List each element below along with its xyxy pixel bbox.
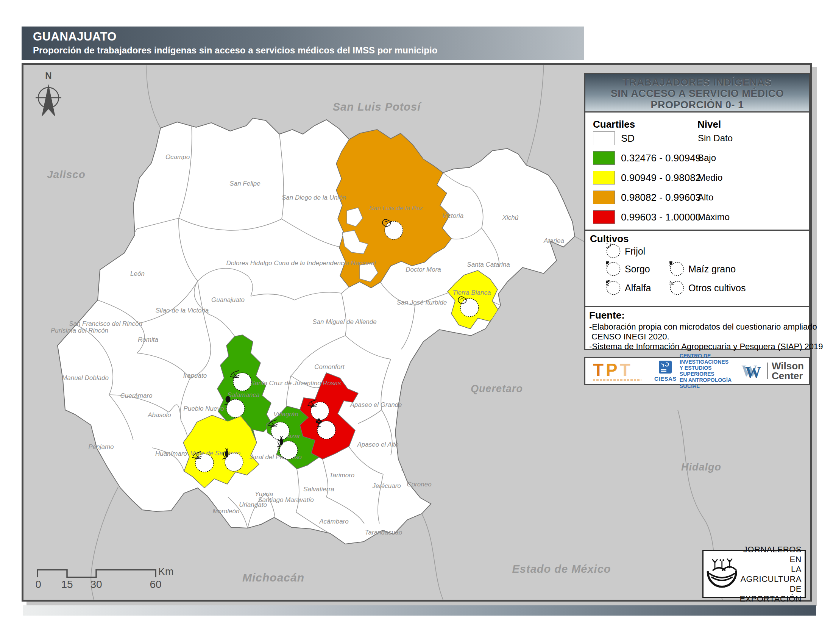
municipality-label-coroneo: Coroneo <box>407 481 431 488</box>
scalebar-tick-0: 0 <box>36 578 41 590</box>
legend-row-medio: 0.90949 - 0.98082Medio <box>593 170 806 185</box>
fuente-line: -Sistema de Información Agropecuaria y P… <box>589 342 806 351</box>
legend-quartiles-section: Cuartiles Nivel SDSin Dato0.32476 - 0.90… <box>585 113 809 230</box>
municipality-label-san-francisco-del-rincon: San Francisco del Rincón <box>69 320 142 327</box>
legend-fuente-section: Fuente: -Elaboración propia con microdat… <box>585 306 809 349</box>
jornaleros-line: DE EXPORTACIÓN <box>740 584 802 604</box>
cultivo-label: Alfalfa <box>625 283 651 294</box>
page-title: GUANAJUATO <box>33 30 584 43</box>
scale-bar: Km 0153060 <box>36 566 183 591</box>
legend-range: 0.90949 - 0.98082 <box>621 172 701 184</box>
municipality-label-xichu: Xichú <box>502 214 519 221</box>
compass-north-label: N <box>45 71 51 80</box>
ciesas-logo: CIESAS CENTRO DE INVESTIGACIONES Y ESTUD… <box>654 353 741 389</box>
tpt-logo: TPT <box>593 361 649 381</box>
municipality-label-comonfort: Comonfort <box>314 363 345 370</box>
municipality-label-tarimoro: Tarimoro <box>330 472 354 479</box>
cultivo-item-alfalfa: Alfalfa <box>606 280 651 295</box>
municipality-label-guanajuato: Guanajuato <box>211 296 244 303</box>
cultivo-label: Maíz grano <box>688 264 736 275</box>
municipality-label-huanimaro: Huanímaro <box>155 450 187 457</box>
municipality-label-penjamo: Pénjamo <box>88 443 114 451</box>
jornaleros-line: JORNALEROS EN <box>740 545 802 564</box>
legend-row-sin-dato: SDSin Dato <box>593 131 806 146</box>
ciesas-icon <box>658 360 672 374</box>
municipality-label-silao-de-la-victoria: Silao de la Victoria <box>156 307 209 314</box>
legend-row-bajo: 0.32476 - 0.90949Bajo <box>593 150 806 166</box>
municipality-label-salvatierra: Salvatierra <box>303 486 334 493</box>
municipality-label-dolores-hidalgo-cuna-de-la-independencia-nacional: Dolores Hidalgo Cuna de la Independencia… <box>226 259 376 267</box>
legend-swatch-alto <box>593 190 615 204</box>
cultivo-item-maiz-grano: Maíz grano <box>669 261 736 277</box>
municipality-label-romita: Romita <box>138 336 158 343</box>
scalebar-tick-60: 60 <box>150 578 161 590</box>
legend-range: 0.32476 - 0.90949 <box>621 152 701 164</box>
legend-swatch-bajo <box>593 151 615 165</box>
legend-range: 0.98082 - 0.99603 <box>621 192 701 203</box>
legend-column-cuartiles: Cuartiles <box>593 119 635 130</box>
municipality-label-san-felipe: San Felipe <box>230 180 260 187</box>
footer-gradient-bar <box>23 605 816 616</box>
scalebar-ticks: 0153060 <box>36 578 162 590</box>
state-label-hidalgo: Hidalgo <box>681 461 721 473</box>
legend-title-line: SIN ACCESO A SERVICIO MÉDICO <box>585 88 809 99</box>
municipality-label-san-diego-de-la-union: San Diego de la Unión <box>282 194 346 201</box>
municipality-label-ocampo: Ocampo <box>166 153 190 161</box>
ciesas-line: CENTRO DE INVESTIGACIONES <box>680 353 741 365</box>
wilson-center-logo: W W Wilson Center <box>741 361 804 381</box>
municipality-label-uriangato: Uriangato <box>239 501 267 509</box>
municipality-label-san-miguel-de-allende: San Miguel de Allende <box>312 318 377 325</box>
svg-text:W: W <box>745 364 761 380</box>
fuente-title: Fuente: <box>589 309 806 321</box>
municipality-label-salamanca: Salamanca <box>227 391 259 399</box>
tpt-letter: P <box>606 360 620 380</box>
legend-level: Alto <box>698 192 713 203</box>
cultivo-item-frijol: Frijol <box>606 243 645 259</box>
municipality-label-san-luis-de-la-paz: San Luis de la Paz <box>369 204 423 212</box>
jornaleros-field-icon <box>704 552 740 596</box>
legend-row-alto: 0.98082 - 0.99603Alto <box>593 190 806 205</box>
municipality-label-atarjea: Atarjea <box>544 237 564 244</box>
map-title-bar: GUANAJUATO Proporción de trabajadores in… <box>22 27 584 60</box>
legend-column-nivel: Nivel <box>698 119 721 130</box>
cultivo-item-otros-cultivos: Otros cultivos <box>669 280 746 295</box>
state-label-san-luis-potosi: San Luis Potosí <box>333 101 422 113</box>
legend-panel: TRABAJADORES INDÍGENAS SIN ACCESO A SERV… <box>584 73 810 350</box>
municipality-label-jerecuaro: Jerécuaro <box>372 482 401 489</box>
legend-title-line: PROPORCIÓN 0- 1 <box>585 99 809 111</box>
municipality-label-moroleon: Moroleón <box>213 508 240 515</box>
tpt-letter: T <box>593 360 606 380</box>
legend-level: Sin Dato <box>698 133 733 143</box>
cultivo-item-sorgo: Sorgo <box>606 261 650 277</box>
wilson-line: Wilson <box>772 361 804 371</box>
municipality-label-tierra-blanca: Tierra Blanca <box>453 289 491 296</box>
state-label-queretaro: Queretaro <box>471 383 523 394</box>
legend-cultivos-section: Cultivos FrijolSorgoAlfalfaMaíz granoOtr… <box>585 230 809 306</box>
municipality-label-victoria: Victoria <box>442 212 463 219</box>
cultivos-title: Cultivos <box>590 233 629 245</box>
ciesas-line: Y ESTUDIOS SUPERIORES <box>680 365 741 377</box>
state-label-jalisco: Jalisco <box>47 169 85 180</box>
municipality-label-santa-catarina: Santa Catarina <box>467 261 510 268</box>
legend-swatch-maximo <box>593 210 615 224</box>
municipality-label-purisima-del-rincon: Purísima del Rincón <box>51 327 108 334</box>
fuente-line: -Elaboración propia con microdatos del c… <box>589 322 806 332</box>
municipality-label-villagran: Villagrán <box>273 411 298 418</box>
tpt-letter: T <box>620 360 633 380</box>
cultivo-label: Frijol <box>625 246 645 257</box>
cultivo-label: Otros cultivos <box>688 283 746 294</box>
municipality-label-santa-cruz-de-juventino-rosas: Santa Cruz de Juventino Rosas <box>250 380 341 387</box>
cultivo-label: Sorgo <box>625 264 650 275</box>
jornaleros-logo-box: JORNALEROS EN LA AGRICULTURA DE EXPORTAC… <box>703 550 806 598</box>
legend-title-line: TRABAJADORES INDÍGENAS <box>585 77 809 88</box>
alfalfa-icon <box>606 280 621 295</box>
legend-range: SD <box>621 133 635 144</box>
municipality-label-pueblo-nuevo: Pueblo Nuevo <box>183 405 224 412</box>
legend-range: 0.99603 - 1.00000 <box>621 211 701 223</box>
jornaleros-line: LA AGRICULTURA <box>740 564 802 584</box>
municipality-label-leon: León <box>130 270 145 277</box>
municipality-label-abasolo: Abasolo <box>147 411 171 419</box>
maiz-icon <box>669 261 685 277</box>
north-arrow-icon: N <box>32 70 64 121</box>
legend-title: TRABAJADORES INDÍGENAS SIN ACCESO A SERV… <box>585 74 809 113</box>
